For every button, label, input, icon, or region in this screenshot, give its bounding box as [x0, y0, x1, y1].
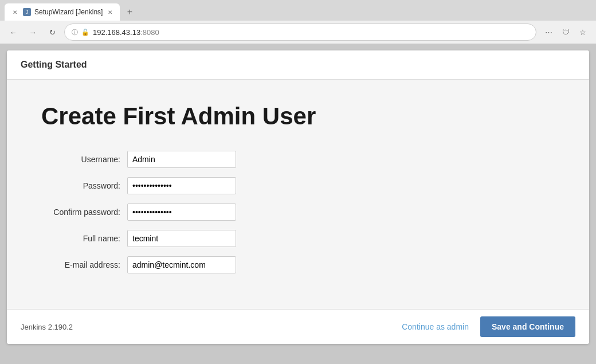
new-tab-button[interactable]: + — [122, 5, 137, 19]
confirm-password-input[interactable] — [127, 203, 236, 221]
shield-icon[interactable]: 🛡 — [558, 25, 573, 40]
form-row-fullname: Full name: — [41, 230, 555, 247]
wizard-header-title: Getting Started — [21, 60, 87, 69]
wizard-footer: Jenkins 2.190.2 Continue as admin Save a… — [7, 309, 589, 344]
form-row-username: Username: — [41, 151, 555, 168]
wizard-header: Getting Started — [7, 50, 589, 80]
active-tab[interactable]: ✕ J SetupWizard [Jenkins] ✕ — [5, 3, 120, 21]
tab-label: SetupWizard [Jenkins] — [34, 8, 103, 16]
save-and-continue-button[interactable]: Save and Continue — [480, 316, 575, 337]
address-bar-row: ← → ↻ ⓘ 🔓 192.168.43.13:8080 ⋯ 🛡 ☆ — [0, 21, 596, 44]
continue-as-admin-button[interactable]: Continue as admin — [397, 320, 473, 334]
info-icon: ⓘ — [72, 28, 78, 37]
password-input[interactable] — [127, 177, 236, 194]
tab-favicon: J — [23, 8, 31, 16]
address-text: 192.168.43.13:8080 — [93, 28, 159, 37]
form-row-password: Password: — [41, 177, 555, 194]
back-button[interactable]: ← — [6, 25, 21, 40]
form-row-email: E-mail address: — [41, 256, 555, 273]
lock-broken-icon: 🔓 — [81, 29, 89, 36]
tab-bar: ✕ J SetupWizard [Jenkins] ✕ + — [0, 0, 596, 21]
email-input[interactable] — [127, 256, 236, 273]
wizard-body: Create First Admin User Username: Passwo… — [7, 80, 589, 309]
fullname-input[interactable] — [127, 230, 236, 247]
tab-close-left-icon[interactable]: ✕ — [10, 7, 19, 17]
address-actions: ⋯ 🛡 ☆ — [541, 25, 590, 40]
password-label: Password: — [41, 181, 127, 190]
forward-button[interactable]: → — [25, 25, 40, 40]
address-box[interactable]: ⓘ 🔓 192.168.43.13:8080 — [64, 24, 536, 41]
username-label: Username: — [41, 155, 127, 164]
username-input[interactable] — [127, 151, 236, 168]
more-options-button[interactable]: ⋯ — [541, 25, 556, 40]
browser-chrome: ✕ J SetupWizard [Jenkins] ✕ + ← → ↻ ⓘ 🔓 … — [0, 0, 596, 44]
footer-actions: Continue as admin Save and Continue — [397, 316, 575, 337]
form-title: Create First Admin User — [41, 103, 555, 130]
email-label: E-mail address: — [41, 260, 127, 269]
version-text: Jenkins 2.190.2 — [21, 323, 73, 331]
fullname-label: Full name: — [41, 234, 127, 243]
wizard-panel: Getting Started Create First Admin User … — [7, 50, 589, 344]
confirm-password-label: Confirm password: — [41, 208, 127, 217]
bookmark-icon[interactable]: ☆ — [575, 25, 590, 40]
tab-close-icon[interactable]: ✕ — [106, 8, 114, 16]
refresh-button[interactable]: ↻ — [45, 25, 60, 40]
form-row-confirm-password: Confirm password: — [41, 203, 555, 221]
main-content: Getting Started Create First Admin User … — [0, 44, 596, 351]
